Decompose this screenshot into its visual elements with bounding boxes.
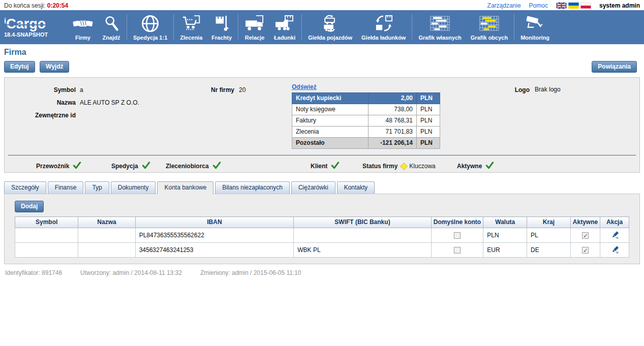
- app-version: 18.4-SNAPSHOT: [4, 32, 68, 38]
- default-account-checkbox[interactable]: [454, 247, 461, 254]
- tab-kontakty[interactable]: Kontakty: [337, 181, 375, 194]
- tab-szczeg-y[interactable]: Szczegóły: [4, 181, 46, 194]
- nav-item-adunki[interactable]: Ładunki: [269, 10, 300, 44]
- credit-row: Noty księgowe738,00PLN: [292, 104, 440, 115]
- page-title: Firma: [4, 48, 640, 57]
- nav-separator: [127, 14, 127, 40]
- poland-flag-icon[interactable]: [580, 3, 591, 9]
- bank-accounts-table: SymbolNazwaIBANSWIFT (BIC Banku)Domyślne…: [15, 216, 629, 258]
- cell-swift: WBK PL: [294, 243, 431, 258]
- credit-row: Kredyt kupiecki2,00PLN: [292, 93, 440, 104]
- status-status-firmy: Status firmyKluczowa: [362, 161, 436, 172]
- cell-symbol: [15, 243, 78, 258]
- nav-item-relacje[interactable]: Relacje: [240, 10, 269, 44]
- record-modified: Zmieniony: admin / 2015-06-05 11:10: [200, 269, 301, 276]
- status-zleceniobiorca: Zleceniobiorca: [166, 161, 221, 172]
- symbol-label: Symbol: [5, 86, 76, 93]
- camera-icon: [526, 13, 545, 34]
- nav-item-gie-da-pojazd-w[interactable]: Giełda pojazdów: [303, 10, 357, 44]
- bank-account-row: PL84736355535562622PLNPL: [15, 228, 629, 243]
- relations-button[interactable]: Powiązania: [592, 61, 637, 73]
- record-identifier: Identyfikator: 891746: [5, 269, 62, 276]
- active-checkbox[interactable]: [582, 232, 589, 239]
- credit-row-label: Faktury: [292, 115, 369, 127]
- credit-row-currency: PLN: [417, 115, 440, 127]
- bank-column-akcja: Akcja: [600, 217, 629, 228]
- status-aktywne: Aktywne: [457, 161, 494, 172]
- exit-button[interactable]: Wyjdź: [40, 61, 69, 73]
- credit-row: Pozostało-121 206,14PLN: [292, 138, 440, 149]
- nav-separator: [301, 14, 302, 40]
- name-value: ALE AUTO SP Z O.O.: [80, 99, 139, 106]
- credit-row-amount: 48 768,31: [369, 115, 417, 127]
- company-number-value: 20: [239, 86, 246, 93]
- name-label: Nazwa: [5, 99, 76, 106]
- nav-item-monitoring[interactable]: Monitoring: [516, 10, 554, 44]
- active-checkbox[interactable]: [582, 247, 589, 254]
- tab-dokumenty[interactable]: Dokumenty: [111, 181, 156, 194]
- management-link[interactable]: Zarządzanie: [487, 2, 521, 9]
- refresh-link[interactable]: Odśwież: [292, 83, 317, 90]
- nav-item-firmy[interactable]: Firmy: [68, 10, 98, 44]
- tab-typ[interactable]: Typ: [85, 181, 109, 194]
- session-countdown-label: Do końca sesji:: [4, 2, 45, 9]
- company-info-panel: Symbol a Nr firmy 20 Nazwa ALE AUTO SP Z…: [4, 77, 640, 173]
- nav-item-frachty[interactable]: Frachty: [207, 10, 236, 44]
- edit-icon[interactable]: [610, 230, 620, 239]
- edit-icon[interactable]: [610, 245, 620, 254]
- credit-row-currency: PLN: [417, 138, 440, 149]
- tab-konta-bankowe[interactable]: Konta bankowe: [157, 181, 213, 194]
- credit-row-currency: PLN: [417, 127, 440, 138]
- check-icon: [331, 162, 340, 171]
- tab-bilans-niezap-aconych[interactable]: Bilans niezapłaconych: [215, 181, 290, 194]
- status-przewo-nik: Przewoźnik: [36, 161, 81, 172]
- credit-row-label: Pozostało: [292, 138, 369, 149]
- check-icon: [142, 162, 150, 171]
- nav-separator: [514, 14, 514, 40]
- bank-column-kraj: Kraj: [527, 217, 571, 228]
- credit-row-amount: 2,00: [369, 93, 417, 104]
- symbol-value: a: [80, 86, 83, 93]
- logged-user: system admin: [599, 2, 640, 9]
- page-content: Firma Edytuj Wyjdź Powiązania Symbol a N…: [0, 48, 644, 276]
- tab-finanse[interactable]: Finanse: [48, 181, 84, 194]
- bank-column-aktywne: Aktywne: [570, 217, 600, 228]
- nav-separator: [412, 14, 412, 40]
- icargo-logo[interactable]: iCargo 18.4-SNAPSHOT: [4, 10, 68, 44]
- main-navbar: iCargo 18.4-SNAPSHOT FirmyZnajdźSpedycja…: [0, 10, 644, 44]
- nav-item-znajd[interactable]: Znajdź: [98, 10, 125, 44]
- nav-item-gie-da-adunk-w[interactable]: Giełda ładunków: [357, 10, 410, 44]
- cell-country: PL: [527, 228, 571, 243]
- nav-items: FirmyZnajdźSpedycja 1:1ZleceniaFrachtyRe…: [68, 10, 554, 44]
- bank-column-waluta: Waluta: [483, 217, 527, 228]
- uk-flag-icon[interactable]: [556, 3, 567, 9]
- status-value: Kluczowa: [409, 163, 435, 170]
- record-meta: Identyfikator: 891746 Utworzony: admin /…: [4, 269, 640, 276]
- cell-country: DE: [527, 243, 571, 258]
- nav-item-grafik-w-asnych[interactable]: Grafik własnych: [414, 10, 466, 44]
- tab-ci-ar-wki[interactable]: Ciężarówki: [291, 181, 335, 194]
- record-created: Utworzony: admin / 2014-08-11 13:32: [80, 269, 182, 276]
- credit-row-currency: PLN: [417, 93, 440, 104]
- edit-button[interactable]: Edytuj: [4, 61, 35, 73]
- ukraine-flag-icon[interactable]: [568, 3, 579, 9]
- check-icon: [485, 162, 494, 171]
- diamond-icon: [400, 162, 408, 170]
- add-button[interactable]: Dodaj: [15, 201, 44, 212]
- nav-item-zlecenia[interactable]: Zlecenia: [175, 10, 207, 44]
- nav-item-spedycja-1-1[interactable]: Spedycja 1:1: [129, 10, 172, 44]
- nav-separator: [173, 14, 174, 40]
- help-link[interactable]: Pomoc: [529, 2, 548, 9]
- credit-row-label: Kredyt kupiecki: [292, 93, 369, 104]
- default-account-checkbox[interactable]: [454, 232, 461, 239]
- bank-column-symbol: Symbol: [15, 217, 78, 228]
- bank-column-swift-bic-banku: SWIFT (BIC Banku): [294, 217, 431, 228]
- session-countdown-time: 0:20:54: [47, 2, 68, 9]
- credit-row-label: Zlecenia: [292, 127, 369, 138]
- top-strip: Do końca sesji: 0:20:54 Zarządzanie Pomo…: [0, 0, 644, 10]
- schedule-own-icon: [430, 13, 450, 34]
- nav-item-grafik-obcych[interactable]: Grafik obcych: [466, 10, 512, 44]
- external-id-label: Zewnętrzne id: [5, 112, 76, 119]
- status-spedycja: Spedycja: [111, 161, 150, 172]
- credit-row: Zlecenia71 701,83PLN: [292, 127, 440, 138]
